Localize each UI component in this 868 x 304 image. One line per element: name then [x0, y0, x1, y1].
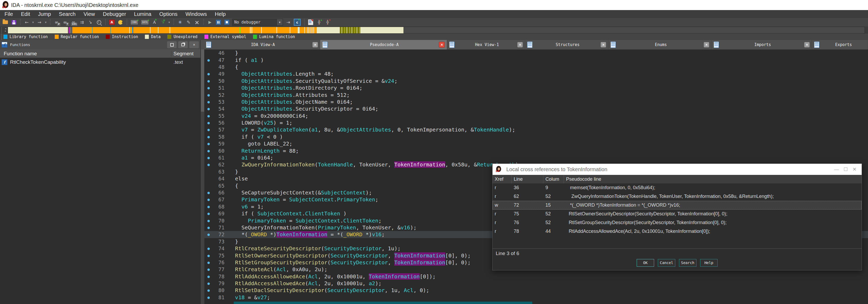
- menu-item-file[interactable]: File: [1, 10, 17, 18]
- column-header-pseudocode-line[interactable]: Pseudocode line: [564, 175, 862, 183]
- code-line-47[interactable]: ●47 if ( a1 ): [205, 56, 868, 63]
- save-file-icon[interactable]: [10, 19, 17, 25]
- breakpoint-gutter[interactable]: ●: [205, 141, 213, 146]
- xref-dialog-titlebar[interactable]: 64 Local cross references to TokenInform…: [493, 164, 862, 175]
- breakpoint-gutter[interactable]: ●: [205, 211, 213, 216]
- column-header-line[interactable]: Line: [512, 175, 543, 183]
- back-history-dropdown[interactable]: ▼: [31, 19, 35, 25]
- tab-ida-view-a[interactable]: IDA View-A×: [204, 40, 320, 50]
- code-line-59[interactable]: ●59 goto LABEL_22;: [205, 140, 868, 147]
- breakpoint-gutter[interactable]: ●: [205, 274, 213, 279]
- breakpoint-gutter[interactable]: ●: [205, 281, 213, 286]
- band-segment[interactable]: [72, 27, 92, 33]
- xref-row[interactable]: w7215 *(_OWORD *)TokenInformation = *(_O…: [493, 201, 862, 210]
- wait-box-icon[interactable]: [117, 19, 124, 25]
- menu-item-windows[interactable]: Windows: [181, 10, 211, 18]
- band-segment[interactable]: [133, 27, 150, 33]
- problem-list-icon[interactable]: A: [108, 19, 115, 25]
- breakpoint-gutter[interactable]: ●: [205, 114, 213, 118]
- code-line-57[interactable]: ●57 v7 = ZwDuplicateToken(a1, 8u, &Objec…: [205, 126, 868, 133]
- code-line-58[interactable]: ●58 if ( v7 < 0 ): [205, 133, 868, 140]
- code-line-51[interactable]: ●51 ObjectAttributes.RootDirectory = 0i6…: [205, 84, 868, 91]
- menu-item-view[interactable]: View: [80, 10, 99, 18]
- band-segment[interactable]: [314, 27, 317, 33]
- breakpoint-gutter[interactable]: ●: [205, 232, 213, 237]
- band-segment[interactable]: [306, 27, 314, 33]
- breakpoint-gutter[interactable]: ●: [205, 218, 213, 223]
- debugger-start-icon[interactable]: ▶: [207, 19, 213, 25]
- dialog-close-button[interactable]: ✕: [850, 166, 859, 172]
- quick-pseudocode-icon[interactable]: c: [293, 19, 301, 25]
- tab-structures[interactable]: Structures×: [525, 40, 608, 50]
- breakpoint-gutter[interactable]: ●: [205, 288, 213, 293]
- band-segment[interactable]: [150, 27, 158, 33]
- breakpoint-gutter[interactable]: ●: [205, 120, 213, 125]
- panel-restore-button[interactable]: [167, 41, 177, 48]
- tab-close-icon[interactable]: ×: [704, 42, 709, 48]
- tab-enums[interactable]: Enums×: [608, 40, 711, 50]
- make-code-icon[interactable]: CODE+: [130, 19, 139, 25]
- delete-icon[interactable]: ×: [193, 19, 200, 25]
- tab-close-icon[interactable]: ×: [518, 42, 523, 48]
- band-segment[interactable]: [277, 27, 290, 33]
- breakpoint-gutter[interactable]: ●: [205, 162, 213, 167]
- column-header-column[interactable]: Colum: [543, 175, 564, 183]
- column-header-function-name[interactable]: Function name: [0, 51, 171, 57]
- menu-item-help[interactable]: Help: [211, 10, 230, 18]
- breakpoint-gutter[interactable]: ●: [205, 267, 213, 272]
- band-right-arrow-icon[interactable]: ►: [4, 30, 7, 32]
- function-row[interactable]: fRtlCheckTokenCapability.text: [0, 58, 200, 66]
- panel-close-button[interactable]: ×: [189, 41, 199, 48]
- debugger-combo-dropdown[interactable]: ▼: [277, 19, 283, 25]
- breakpoint-gutter[interactable]: ●: [205, 225, 213, 230]
- breakpoint-gutter[interactable]: ●: [205, 148, 213, 153]
- menu-item-jump[interactable]: Jump: [34, 10, 55, 18]
- band-segment[interactable]: [93, 27, 110, 33]
- breakpoint-gutter[interactable]: ●: [205, 58, 213, 62]
- code-line-54[interactable]: ●54 ObjectAttributes.SecurityDescriptor …: [205, 105, 868, 112]
- navigation-band[interactable]: [8, 27, 865, 34]
- breakpoint-gutter[interactable]: ●: [205, 127, 213, 132]
- band-segment[interactable]: [170, 27, 239, 33]
- functions-table-header[interactable]: Function name Segment: [0, 50, 200, 58]
- breakpoint-gutter[interactable]: ●: [205, 93, 213, 97]
- code-scrollbar[interactable]: [201, 50, 205, 304]
- column-header-segment[interactable]: Segment: [171, 51, 193, 57]
- jump-xref-icon[interactable]: ⇉: [79, 19, 85, 25]
- make-options-dropdown[interactable]: ▼: [167, 19, 171, 25]
- search-text-icon[interactable]: ∞T: [62, 19, 68, 25]
- plugin-add-icon[interactable]: ╬+: [316, 19, 322, 25]
- lumina-library-icon[interactable]: [307, 19, 314, 25]
- xref-table-header[interactable]: Xref Line Colum Pseudocode line: [493, 175, 862, 183]
- tab-close-icon[interactable]: ×: [601, 42, 606, 48]
- band-segment[interactable]: [298, 27, 300, 33]
- tab-exports[interactable]: Exports: [812, 40, 868, 50]
- band-segment[interactable]: [8, 27, 68, 33]
- breakpoint-gutter[interactable]: ●: [205, 246, 213, 251]
- band-segment[interactable]: [290, 27, 298, 33]
- tab-pseudocode-a[interactable]: Pseudocode-A×: [320, 40, 447, 50]
- cancel-button[interactable]: Cancel: [658, 259, 675, 267]
- band-segment[interactable]: [340, 27, 360, 33]
- code-line-80[interactable]: ●80 RtlSetDaclSecurityDescriptor(Securit…: [205, 287, 868, 294]
- band-left-arrow-icon[interactable]: ◄: [4, 28, 7, 30]
- breakpoint-gutter[interactable]: ●: [205, 260, 213, 265]
- menu-item-lumina[interactable]: Lumina: [130, 10, 155, 18]
- breakpoint-gutter[interactable]: ●: [205, 197, 213, 202]
- band-drag-handle[interactable]: [1, 27, 2, 33]
- band-segment[interactable]: [317, 27, 340, 33]
- band-segment[interactable]: [252, 27, 261, 33]
- xref-row[interactable]: r7652 RtlSetGroupSecurityDescriptor(Secu…: [493, 218, 862, 227]
- breakpoint-gutter[interactable]: ●: [205, 155, 213, 160]
- xref-row[interactable]: r369 memset(TokenInformation, 0, 0x58ui6…: [493, 183, 862, 192]
- search-binary-icon[interactable]: ∞101: [70, 19, 77, 25]
- breakpoint-gutter[interactable]: ●: [205, 190, 213, 195]
- menu-item-options[interactable]: Options: [155, 10, 181, 18]
- breakpoint-gutter[interactable]: ●: [205, 107, 213, 111]
- tab-imports[interactable]: Imports×: [711, 40, 812, 50]
- search-lock-icon[interactable]: [95, 19, 102, 25]
- code-line-52[interactable]: ●52 ObjectAttributes.Attributes = 512;: [205, 91, 868, 98]
- open-file-icon[interactable]: [2, 19, 9, 25]
- band-segment[interactable]: [240, 27, 250, 33]
- breakpoint-gutter[interactable]: ●: [205, 295, 213, 300]
